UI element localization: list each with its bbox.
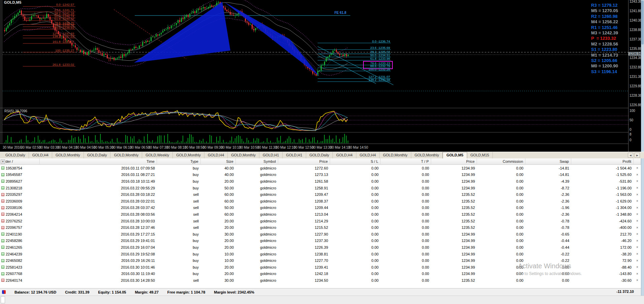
close-order-button[interactable]: ×	[634, 199, 641, 203]
trade-row[interactable]: 224642392016.03.29 19:52:08buy10.00goldm…	[0, 251, 641, 257]
close-order-button[interactable]: ×	[634, 232, 641, 236]
order-number: 22035297	[6, 192, 22, 196]
close-order-button[interactable]: ×	[634, 173, 641, 177]
close-order-button[interactable]: ×	[634, 278, 641, 282]
profit-cell: 212.70	[571, 232, 634, 236]
panel-vertical-tab[interactable]	[1, 296, 5, 303]
chart-tab-gold-monthly[interactable]: GOLD,Monthly	[228, 152, 259, 158]
chart-tab-gold-monthly[interactable]: GOLD,Monthly	[173, 152, 204, 158]
close-order-button[interactable]: ×	[634, 259, 641, 263]
chart-tab-gold-daily[interactable]: GOLD,Daily	[2, 152, 29, 158]
close-order-button[interactable]: ×	[634, 206, 641, 210]
price-cell: 1227.90	[278, 232, 330, 236]
trade-row[interactable]: 224612652016.03.29 16:07:04buy20.00goldm…	[0, 244, 641, 251]
trade-row[interactable]: 220967572016.03.28 12:37:46sell20.00gold…	[0, 224, 641, 231]
type-cell: buy	[157, 265, 201, 269]
main-price-chart[interactable]: GOLD,M5 FE 61.8 R3 = 1279.12M5 = 1270.05…	[3, 0, 628, 108]
close-order-button[interactable]: ×	[634, 186, 641, 190]
time-label: 30 Mar 10:50	[239, 146, 259, 149]
close-order-button[interactable]: ×	[634, 226, 641, 230]
trade-row[interactable]: 195455872016.03.11 08:27:21buy40.00goldm…	[0, 172, 641, 178]
column-header-price[interactable]: Price	[431, 158, 477, 165]
close-order-button[interactable]: ×	[634, 272, 641, 276]
close-toolbox-button[interactable]: ×	[1, 159, 5, 164]
scrollbar-thumb[interactable]	[641, 1, 644, 44]
fib-retracement-label: 100 -1235.27	[24, 49, 74, 52]
column-header-symbol[interactable]: Symbol	[236, 158, 278, 165]
time-cell: 2016.03.30 14:28:50	[40, 278, 157, 282]
symbol-cell: goldmicro	[236, 239, 278, 243]
close-order-button[interactable]: ×	[634, 193, 641, 196]
chart-tab-gold-monthly[interactable]: GOLD,Monthly	[380, 152, 411, 158]
trade-row[interactable]: 224582862016.03.29 19:41:01buy20.00goldm…	[0, 238, 641, 244]
trade-row[interactable]: 195387542016.03.11 07:09:58buy40.00goldm…	[0, 165, 641, 172]
column-header-time[interactable]: Time	[40, 158, 157, 165]
balance-text: Balance: 12 194.76 USD	[14, 290, 56, 294]
time-cell: 2016.03.29 19:52:08	[40, 252, 157, 256]
close-order-button[interactable]: ×	[634, 179, 641, 183]
price2-cell: 1235.52	[431, 212, 477, 216]
chart-tab-gold-daily[interactable]: GOLD,Daily	[306, 152, 333, 158]
chart-tab-gold-h1[interactable]: GOLD,H1	[259, 152, 283, 158]
chart-tab-gold-m15[interactable]: GOLD,M15	[467, 152, 493, 158]
column-header-profit[interactable]: Profit	[571, 158, 634, 165]
candlestick-canvas[interactable]	[3, 0, 628, 108]
chart-tab-gold-daily[interactable]: GOLD,Daily	[84, 152, 111, 158]
chart-tab-gold-m5[interactable]: GOLD,M5	[443, 152, 467, 158]
pane-separator[interactable]	[0, 132, 641, 132]
column-header-s-l[interactable]: S / L	[330, 158, 381, 165]
close-order-button[interactable]: ×	[634, 166, 641, 170]
size-cell: 30.00	[201, 278, 236, 282]
time-axis[interactable]: 30 Mar 201630 Mar 02:5030 Mar 03:3030 Ma…	[0, 144, 641, 152]
time-cell: 2016.03.28 10:00:03	[40, 219, 157, 223]
chart-tab-gold-monthly[interactable]: GOLD,Monthly	[110, 152, 142, 158]
chart-tab-gold-h4[interactable]: GOLD,H4	[333, 152, 356, 158]
chart-tab-gold-weekly[interactable]: GOLD,Weekly	[142, 152, 173, 158]
trade-row[interactable]: 213082182016.03.22 09:55:29buy50.00goldm…	[0, 185, 641, 191]
close-order-button[interactable]: ×	[634, 239, 641, 243]
column-header-t-p[interactable]: T / P	[381, 158, 431, 165]
activate-windows-watermark: Activate Windows Go to Settings to activ…	[518, 262, 582, 276]
current-price-tag: 1234.94	[629, 52, 641, 56]
close-order-button[interactable]: ×	[634, 245, 641, 249]
order-type-icon	[1, 272, 4, 275]
close-order-button[interactable]: ×	[634, 265, 641, 269]
order-cell: 19545587	[0, 173, 40, 177]
trade-row[interactable]: 220642142016.03.28 08:03:56sell60.00gold…	[0, 211, 641, 218]
close-order-button[interactable]: ×	[634, 212, 641, 216]
trade-row[interactable]: 208956272016.03.18 10:11:49buy20.00goldm…	[0, 178, 641, 185]
price-axis[interactable]: 1243.381241.881240.381238.881237.381235.…	[628, 0, 641, 152]
chart-tab-gold-monthly[interactable]: GOLD,Monthly	[52, 152, 84, 158]
chart-tab-gold-h4[interactable]: GOLD,H4	[29, 152, 52, 158]
pane-separator[interactable]	[0, 108, 641, 108]
chart-symbol-label: GOLD,M5	[4, 0, 22, 4]
trade-row[interactable]: 220352972016.03.28 03:18:22sell60.00gold…	[0, 191, 641, 198]
swap-cell: -4.39	[525, 179, 571, 183]
price-tick-label: 1228.38	[630, 94, 642, 97]
column-header-commission[interactable]: Commission	[477, 158, 525, 165]
chart-tab-gold-h4[interactable]: GOLD,H4	[204, 152, 228, 158]
volume-indicator-pane[interactable]	[3, 133, 628, 144]
chart-tab-gold-h4[interactable]: GOLD,H4	[356, 152, 380, 158]
trade-row[interactable]: 224011902016.03.29 17:27:15buy30.00goldm…	[0, 231, 641, 238]
close-order-button[interactable]: ×	[634, 252, 641, 256]
column-header-type[interactable]: Type	[157, 158, 201, 165]
close-order-button[interactable]: ×	[634, 219, 641, 223]
order-type-icon	[1, 193, 4, 196]
chart-tab-gold-monthly[interactable]: GOLD,Monthly	[411, 152, 443, 158]
column-header-order-[interactable]: Order /	[0, 158, 40, 165]
trade-row[interactable]: 220381062016.03.28 03:37:42sell50.00gold…	[0, 205, 641, 211]
column-header-size[interactable]: Size	[201, 158, 236, 165]
pivot-level-m4: M4 = 1256.22	[591, 19, 618, 25]
column-header-price[interactable]: Price	[278, 158, 330, 165]
trade-row[interactable]: 220360092016.03.28 03:22:01sell60.00gold…	[0, 198, 641, 205]
chart-tab-gold-h1[interactable]: GOLD,H1	[283, 152, 306, 158]
trade-row[interactable]: 220762522016.03.28 10:00:03sell20.00gold…	[0, 218, 641, 224]
symbol-cell: goldmicro	[236, 245, 278, 249]
tab-scroll-right-button[interactable]: ►	[635, 153, 640, 158]
trade-row[interactable]: 226401742016.03.30 14:28:50sell30.00gold…	[0, 277, 641, 284]
free-margin-text: Free margin: 1 104.78	[167, 290, 205, 294]
column-header-swap[interactable]: Swap	[525, 158, 571, 165]
rsi-indicator-pane[interactable]: RSI(5) 38.7096	[3, 109, 628, 132]
tab-scroll-left-button[interactable]: ◄	[628, 153, 633, 158]
